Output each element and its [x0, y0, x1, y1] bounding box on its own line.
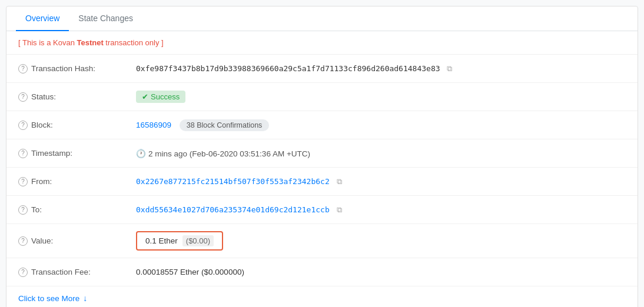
timestamp-value: 🕐2 mins ago (Feb-06-2020 03:51:36 AM +UT…	[136, 149, 626, 158]
confirmations-badge: 38 Block Confirmations	[180, 119, 270, 131]
tx-fee-label: ? Transaction Fee:	[18, 268, 136, 277]
transaction-hash-label: ? Transaction Hash:	[18, 64, 136, 74]
banner-testnet: Testnet	[77, 38, 103, 47]
help-icon-status[interactable]: ?	[18, 92, 28, 102]
help-icon-timestamp[interactable]: ?	[18, 149, 28, 158]
from-label: ? From:	[18, 177, 136, 186]
value-label: ? Value:	[18, 236, 136, 246]
banner-prefix: [ This is a Kovan	[18, 38, 77, 47]
value-box: 0.1 Ether ($0.00)	[136, 231, 223, 251]
tab-overview[interactable]: Overview	[16, 6, 69, 31]
copy-to-icon[interactable]: ⧉	[337, 205, 342, 214]
block-number-link[interactable]: 16586909	[136, 121, 171, 129]
help-icon-from[interactable]: ?	[18, 177, 28, 186]
timestamp-label: ? Timestamp:	[18, 149, 136, 158]
value-amount: 0.1 Ether ($0.00)	[136, 231, 626, 251]
usd-amount: ($0.00)	[182, 235, 214, 246]
tx-fee-value: 0.00018557 Ether ($0.000000)	[136, 268, 626, 276]
help-icon-txhash[interactable]: ?	[18, 64, 28, 74]
from-row: ? From: 0x2267e877215fc21514bf507f30f553…	[6, 168, 638, 196]
ether-amount: 0.1 Ether	[145, 236, 178, 245]
to-value: 0xdd55634e1027d706a235374e01d69c2d121e1c…	[136, 205, 626, 215]
timestamp-row: ? Timestamp: 🕐2 mins ago (Feb-06-2020 03…	[6, 139, 638, 168]
block-row: ? Block: 16586909 38 Block Confirmations	[6, 111, 638, 139]
to-row: ? To: 0xdd55634e1027d706a235374e01d69c2d…	[6, 196, 638, 224]
from-address-link[interactable]: 0x2267e877215fc21514bf507f30f553af2342b6…	[136, 177, 330, 186]
help-icon-value[interactable]: ?	[18, 236, 28, 246]
check-icon: ✔	[142, 92, 148, 101]
transaction-hash-value: 0xfe987f3437b8b17d9b33988369660a29c5a1f7…	[136, 64, 626, 74]
block-label: ? Block:	[18, 121, 136, 130]
block-value: 16586909 38 Block Confirmations	[136, 121, 626, 129]
tab-state-changes[interactable]: State Changes	[69, 6, 142, 31]
status-value: ✔ Success	[136, 91, 626, 103]
click-more-link[interactable]: Click to see More	[18, 294, 79, 303]
help-icon-fee[interactable]: ?	[18, 268, 28, 277]
testnet-banner: [ This is a Kovan Testnet transaction on…	[6, 31, 638, 55]
status-row: ? Status: ✔ Success	[6, 83, 638, 111]
to-label: ? To:	[18, 205, 136, 215]
main-container: Overview State Changes [ This is a Kovan…	[6, 6, 638, 307]
tx-fee-row: ? Transaction Fee: 0.00018557 Ether ($0.…	[6, 258, 638, 286]
help-icon-to[interactable]: ?	[18, 205, 28, 215]
click-more-row: Click to see More ↓	[6, 286, 638, 307]
banner-suffix: transaction only ]	[104, 38, 164, 47]
status-label: ? Status:	[18, 92, 136, 102]
tab-content: [ This is a Kovan Testnet transaction on…	[6, 31, 638, 307]
status-badge: ✔ Success	[136, 91, 185, 103]
to-address-link[interactable]: 0xdd55634e1027d706a235374e01d69c2d121e1c…	[136, 205, 330, 214]
copy-from-icon[interactable]: ⧉	[337, 177, 342, 186]
clock-icon: 🕐	[136, 149, 146, 158]
transaction-hash-row: ? Transaction Hash: 0xfe987f3437b8b17d9b…	[6, 55, 638, 83]
help-icon-block[interactable]: ?	[18, 121, 28, 130]
from-value: 0x2267e877215fc21514bf507f30f553af2342b6…	[136, 177, 626, 186]
down-arrow-icon: ↓	[83, 293, 87, 303]
value-row: ? Value: 0.1 Ether ($0.00)	[6, 224, 638, 258]
copy-txhash-icon[interactable]: ⧉	[447, 64, 452, 73]
tab-bar: Overview State Changes	[6, 6, 638, 31]
